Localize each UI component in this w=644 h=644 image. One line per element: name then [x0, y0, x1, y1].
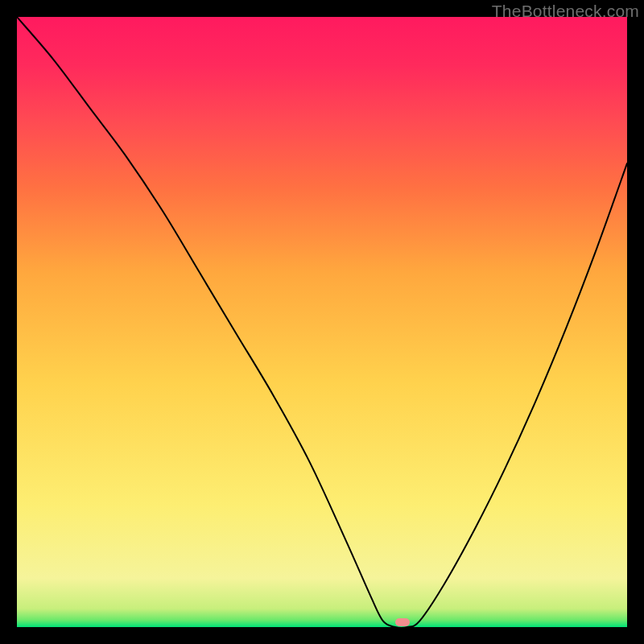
plot-area [17, 17, 627, 627]
watermark-text: TheBottleneck.com [492, 2, 639, 21]
optimal-point-marker [395, 618, 410, 626]
bottleneck-curve-svg [17, 17, 627, 627]
bottleneck-curve-path [17, 17, 627, 627]
bottleneck-chart: TheBottleneck.com [0, 0, 644, 644]
